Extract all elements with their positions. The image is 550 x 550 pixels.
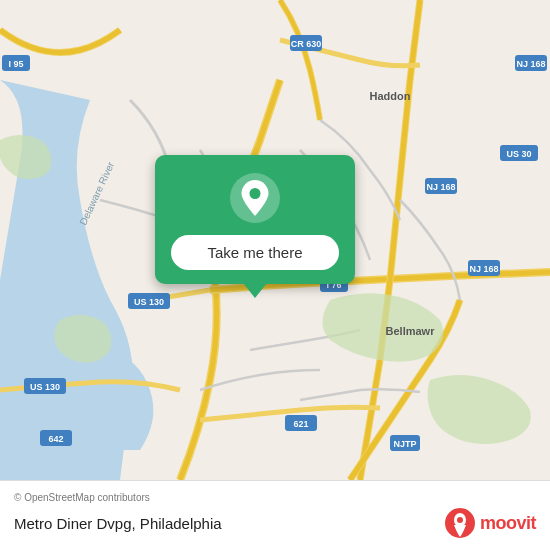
location-pin-container [230, 173, 280, 223]
popup-card: Take me there [155, 155, 355, 284]
location-pin-icon [240, 180, 270, 216]
svg-text:NJ 168: NJ 168 [516, 59, 545, 69]
svg-text:NJ 168: NJ 168 [469, 264, 498, 274]
svg-text:US 30: US 30 [506, 149, 531, 159]
moovit-brand-icon [444, 507, 476, 539]
svg-text:642: 642 [48, 434, 63, 444]
place-name: Metro Diner Dvpg, Philadelphia [14, 515, 222, 532]
take-me-there-button[interactable]: Take me there [171, 235, 339, 270]
svg-point-28 [250, 188, 261, 199]
svg-text:US 130: US 130 [134, 297, 164, 307]
svg-text:NJ 168: NJ 168 [426, 182, 455, 192]
svg-point-31 [457, 517, 463, 523]
svg-text:US 130: US 130 [30, 382, 60, 392]
bottom-bar: © OpenStreetMap contributors Metro Diner… [0, 480, 550, 550]
moovit-logo: moovit [444, 507, 536, 539]
copyright-text: © OpenStreetMap contributors [14, 492, 536, 503]
moovit-brand-name: moovit [480, 513, 536, 534]
svg-text:621: 621 [293, 419, 308, 429]
svg-text:Haddon: Haddon [370, 90, 411, 102]
svg-text:NJTP: NJTP [393, 439, 416, 449]
svg-text:I 95: I 95 [8, 59, 23, 69]
map-container: I 95 US 130 US 130 I 76 NJ 168 NJ 168 NJ… [0, 0, 550, 480]
svg-text:Bellmawr: Bellmawr [386, 325, 436, 337]
bottom-row: Metro Diner Dvpg, Philadelphia moovit [14, 507, 536, 539]
svg-text:CR 630: CR 630 [291, 39, 322, 49]
